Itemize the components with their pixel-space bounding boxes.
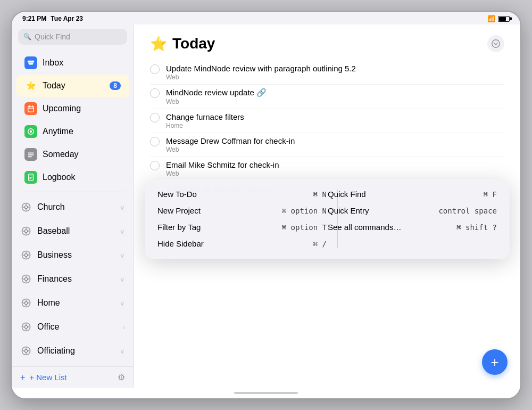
sidebar-item-inbox[interactable]: Inbox: [16, 52, 129, 74]
task-subtitle-3: Home: [166, 122, 504, 129]
shortcut-key-filter-tag: ⌘ option T: [282, 223, 327, 232]
svg-point-29: [24, 277, 27, 280]
shortcut-key-see-all: ⌘ shift ?: [456, 223, 497, 232]
chevron-down-icon: ∨: [120, 203, 125, 211]
task-checkbox-1[interactable]: [150, 64, 160, 74]
shortcut-column-right: Quick Find ⌘ F Quick Entry control space…: [328, 190, 497, 248]
time-label: 9:21 PM: [22, 15, 46, 22]
shortcut-row-filter-tag: Filter by Tag ⌘ option T: [157, 223, 327, 232]
chevron-right-icon-office: ›: [123, 323, 125, 331]
task-content-1: Update MindNode review with paragraph ou…: [166, 64, 504, 81]
sidebar-item-baseball[interactable]: Baseball ∨: [12, 219, 134, 243]
battery-icon: [498, 16, 510, 22]
shortcut-label-new-todo: New To-Do: [157, 190, 197, 199]
sidebar-label-baseball: Baseball: [37, 226, 114, 236]
sidebar-label-church: Church: [37, 202, 114, 212]
task-title-4: Message Drew Coffman for check-in: [166, 136, 504, 145]
wifi-icon: 📶: [487, 15, 495, 22]
sidebar-item-home[interactable]: Home ∨: [12, 291, 134, 315]
status-right: 📶: [487, 15, 510, 22]
task-subtitle-4: Web: [166, 146, 504, 153]
task-checkbox-4[interactable]: [150, 137, 160, 146]
main-layout: 🔍 Quick Find Inbox ⭐ Today 8: [12, 24, 520, 388]
anytime-icon: [24, 125, 37, 138]
table-row: MindNode review update 🔗 Web: [150, 85, 504, 109]
sidebar-label-upcoming: Upcoming: [43, 104, 121, 113]
chevron-down-icon-baseball: ∨: [120, 227, 125, 235]
sidebar-divider: [20, 192, 125, 192]
svg-point-11: [24, 206, 27, 208]
task-subtitle-1: Web: [166, 73, 504, 81]
sidebar-label-home: Home: [37, 298, 114, 308]
settings-icon[interactable]: ⚙: [118, 372, 125, 382]
task-list: Update MindNode review with paragraph ou…: [134, 61, 520, 198]
sidebar-item-upcoming[interactable]: Upcoming: [16, 97, 129, 120]
shortcut-key-quick-entry: control space: [438, 207, 497, 215]
ipad-frame: 9:21 PM Tue Apr 23 📶 🔍 Quick Find: [11, 11, 521, 399]
task-subtitle-2: Web: [166, 98, 504, 105]
task-checkbox-5[interactable]: [150, 161, 160, 170]
status-bar: 9:21 PM Tue Apr 23 📶: [12, 12, 520, 24]
task-content-4: Message Drew Coffman for check-in Web: [166, 136, 504, 153]
sidebar-label-someday: Someday: [43, 150, 121, 159]
shortcut-label-quick-entry: Quick Entry: [328, 206, 369, 215]
sidebar-label-today: Today: [43, 81, 104, 91]
keyboard-shortcut-overlay: New To-Do ⌘ N New Project ⌘ option N Fil…: [145, 179, 510, 259]
shortcut-label-quick-find: Quick Find: [328, 190, 366, 199]
shortcut-key-new-project: ⌘ option N: [282, 207, 327, 215]
baseball-group-icon: [20, 225, 32, 237]
sidebar-item-someday[interactable]: Someday: [16, 143, 129, 166]
sidebar-item-officiating[interactable]: Officiating ∨: [12, 339, 134, 363]
task-content-3: Change furnace filters Home: [166, 112, 504, 129]
shortcut-key-hide-sidebar: ⌘ /: [313, 240, 327, 248]
office-group-icon: [20, 321, 32, 333]
shortcut-key-new-todo: ⌘ N: [313, 190, 327, 199]
fab-button[interactable]: +: [482, 349, 508, 375]
sidebar-label-business: Business: [37, 250, 114, 260]
sidebar-label-office: Office: [37, 322, 118, 332]
finances-group-icon: [20, 273, 32, 285]
task-checkbox-2[interactable]: [150, 88, 160, 98]
search-bar[interactable]: 🔍 Quick Find: [18, 29, 127, 45]
shortcut-row-see-all: See all commands… ⌘ shift ?: [328, 223, 497, 232]
shortcut-label-new-project: New Project: [157, 206, 201, 215]
task-checkbox-3[interactable]: [150, 113, 160, 122]
svg-point-23: [24, 253, 27, 256]
today-icon: ⭐: [24, 79, 37, 92]
search-placeholder: Quick Find: [35, 32, 70, 41]
sidebar-item-business[interactable]: Business ∨: [12, 243, 134, 267]
plus-icon: +: [20, 373, 25, 382]
content-header: ⭐ Today: [134, 24, 520, 61]
page-title: ⭐ Today: [150, 35, 215, 52]
sidebar-label-finances: Finances: [37, 274, 114, 284]
sidebar-item-office[interactable]: Office ›: [12, 315, 134, 339]
task-title-3: Change furnace filters: [166, 112, 504, 121]
svg-point-17: [24, 229, 27, 232]
chevron-down-icon-business: ∨: [120, 251, 125, 259]
sidebar-item-anytime[interactable]: Anytime: [16, 120, 129, 143]
task-title-2: MindNode review update 🔗: [166, 88, 504, 97]
someday-icon: [24, 148, 37, 161]
table-row: Change furnace filters Home: [150, 109, 504, 133]
table-row: Email Mike Schmitz for check-in Web: [150, 157, 504, 181]
circle-down-button[interactable]: [487, 35, 504, 52]
title-text: Today: [172, 35, 215, 52]
status-left: 9:21 PM Tue Apr 23: [22, 15, 83, 22]
new-list-button[interactable]: + New List: [29, 373, 66, 382]
shortcut-row-new-todo: New To-Do ⌘ N: [157, 190, 327, 199]
chevron-down-icon-finances: ∨: [120, 275, 125, 283]
svg-rect-0: [28, 106, 34, 112]
sidebar-item-church[interactable]: Church ∨: [12, 195, 134, 219]
shortcut-row-quick-entry: Quick Entry control space: [328, 206, 497, 215]
sidebar-item-finances[interactable]: Finances ∨: [12, 267, 134, 291]
home-indicator: [12, 388, 520, 398]
sidebar-label-inbox: Inbox: [43, 58, 121, 68]
table-row: Message Drew Coffman for check-in Web: [150, 133, 504, 157]
officiating-group-icon: [20, 345, 32, 357]
sidebar-label-officiating: Officiating: [37, 346, 114, 356]
sidebar-items: Inbox ⭐ Today 8 Upcoming: [12, 51, 134, 366]
sidebar-item-today[interactable]: ⭐ Today 8: [16, 75, 129, 97]
business-group-icon: [20, 249, 32, 261]
sidebar-item-logbook[interactable]: Logbook: [16, 166, 129, 188]
shortcut-row-quick-find: Quick Find ⌘ F: [328, 190, 497, 199]
